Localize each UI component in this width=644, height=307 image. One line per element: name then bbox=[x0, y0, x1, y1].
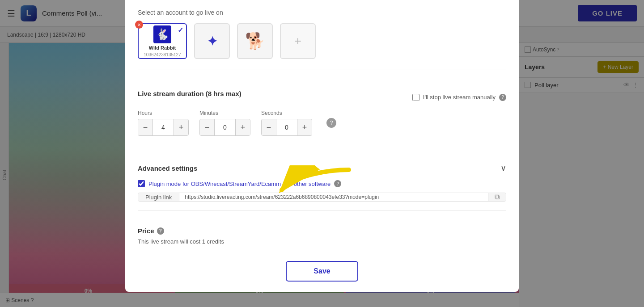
account-card-dog[interactable]: 🐕 bbox=[237, 23, 273, 59]
manual-stop-row: I'll stop live stream manually ? bbox=[412, 94, 506, 101]
account-selected-check: ✓ bbox=[178, 26, 183, 34]
plugin-link-tag: Plugin link bbox=[138, 193, 179, 201]
plugin-link-value: https://studio.livereacting.com/stream/6… bbox=[179, 193, 488, 201]
modal-overlay: Select an account to go live on ✕ ✓ 🐇 Wi… bbox=[0, 0, 644, 307]
manual-stop-checkbox[interactable] bbox=[412, 94, 419, 101]
add-account-icon: + bbox=[294, 34, 301, 48]
plugin-link-copy-button[interactable]: ⧉ bbox=[488, 193, 506, 201]
hours-increment-button[interactable]: + bbox=[174, 119, 188, 135]
price-text: This live stream will cost 1 credits bbox=[138, 238, 506, 245]
hours-group: Hours − + bbox=[138, 110, 189, 136]
advanced-section: Advanced settings ∨ Plugin mode for OBS/… bbox=[125, 156, 519, 220]
hours-input[interactable] bbox=[153, 119, 174, 135]
seconds-group: Seconds − + bbox=[261, 110, 312, 136]
account-avatar-rabbit: 🐇 bbox=[153, 25, 171, 43]
seconds-label: Seconds bbox=[261, 110, 312, 116]
save-section: Save bbox=[125, 252, 519, 290]
account-card-wild-rabbit[interactable]: ✕ ✓ 🐇 Wild Rabbit 103624238135127 bbox=[138, 23, 187, 59]
manual-stop-help-icon[interactable]: ? bbox=[499, 94, 506, 101]
advanced-title: Advanced settings bbox=[138, 164, 197, 172]
seconds-input[interactable] bbox=[276, 119, 297, 135]
advanced-chevron-icon: ∨ bbox=[500, 163, 506, 173]
minutes-decrement-button[interactable]: − bbox=[200, 119, 214, 135]
duration-section: Live stream duration (8 hrs max) I'll st… bbox=[125, 81, 519, 156]
plugin-mode-checkbox[interactable] bbox=[138, 180, 145, 187]
account-section: Select an account to go live on ✕ ✓ 🐇 Wi… bbox=[125, 0, 519, 81]
hours-stepper: − + bbox=[138, 119, 189, 136]
plugin-link-row: Plugin link https://studio.livereacting.… bbox=[138, 193, 506, 202]
seconds-decrement-button[interactable]: − bbox=[262, 119, 276, 135]
hours-label: Hours bbox=[138, 110, 189, 116]
advanced-settings-header[interactable]: Advanced settings ∨ bbox=[138, 163, 506, 180]
duration-help-icon[interactable]: ? bbox=[326, 118, 336, 128]
divider-1 bbox=[138, 70, 506, 70]
plugin-mode-label: Plugin mode for OBS/Wirecast/StreamYard/… bbox=[148, 181, 330, 187]
minutes-label: Minutes bbox=[199, 110, 250, 116]
seconds-increment-button[interactable]: + bbox=[297, 119, 312, 135]
plugin-mode-help-icon[interactable]: ? bbox=[334, 180, 341, 187]
minutes-increment-button[interactable]: + bbox=[236, 119, 250, 135]
hours-decrement-button[interactable]: − bbox=[138, 119, 153, 135]
manual-stop-label: I'll stop live stream manually bbox=[423, 94, 496, 101]
plugin-link-url: https://studio.livereacting.com/stream/6… bbox=[185, 194, 379, 200]
plugin-mode-row: Plugin mode for OBS/Wirecast/StreamYard/… bbox=[138, 180, 506, 187]
minutes-input[interactable] bbox=[214, 119, 236, 135]
modal-dialog: Select an account to go live on ✕ ✓ 🐇 Wi… bbox=[125, 0, 519, 292]
price-help-icon[interactable]: ? bbox=[157, 227, 164, 235]
account-card-add[interactable]: + bbox=[280, 23, 316, 59]
account-id: 103624238135127 bbox=[144, 52, 181, 57]
price-title: Price ? bbox=[138, 227, 506, 235]
accounts-row: ✕ ✓ 🐇 Wild Rabbit 103624238135127 ✦ 🐕 bbox=[138, 23, 506, 59]
seconds-stepper: − + bbox=[261, 119, 312, 136]
minutes-group: Minutes − + bbox=[199, 110, 250, 136]
save-button[interactable]: Save bbox=[286, 261, 358, 282]
plugin-link-label: Plugin link bbox=[145, 194, 172, 201]
divider-3 bbox=[138, 210, 506, 211]
account-card-livereacting[interactable]: ✦ bbox=[194, 23, 230, 59]
minutes-stepper: − + bbox=[199, 119, 250, 136]
divider-2 bbox=[138, 145, 506, 145]
price-section: Price ? This live stream will cost 1 cre… bbox=[125, 220, 519, 252]
account-section-header: Select an account to go live on bbox=[138, 9, 506, 16]
account-name: Wild Rabbit bbox=[149, 45, 176, 50]
duration-title: Live stream duration (8 hrs max) bbox=[138, 90, 242, 97]
account-delete-button[interactable]: ✕ bbox=[135, 21, 143, 29]
